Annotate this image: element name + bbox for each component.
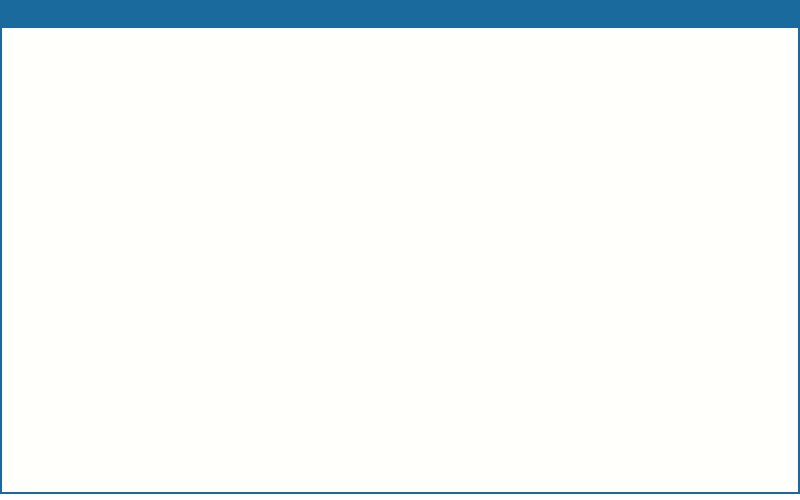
chart-window	[0, 0, 800, 500]
chart-plot-area	[0, 0, 800, 500]
